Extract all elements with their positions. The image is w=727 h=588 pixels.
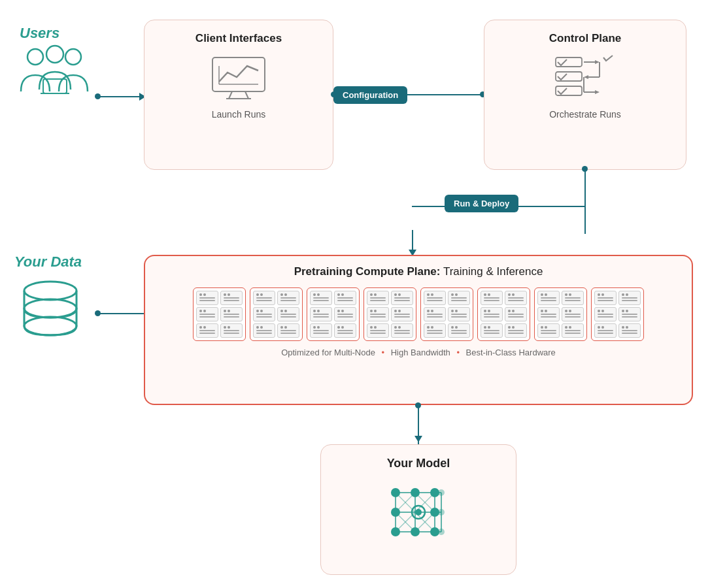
svg-line-10 <box>245 91 248 99</box>
rack-group-3 <box>307 287 360 341</box>
svg-point-53 <box>438 489 445 496</box>
rack-group-2 <box>250 287 303 341</box>
run-deploy-badge: Run & Deploy <box>445 195 518 212</box>
svg-point-62 <box>438 529 445 535</box>
compute-plane-rest: Training & Inference <box>441 265 543 278</box>
your-model-box: Your Model <box>320 444 516 575</box>
rundeploy-line-v <box>584 169 586 234</box>
client-interfaces-title: Client Interfaces <box>195 32 282 45</box>
svg-point-59 <box>391 527 400 536</box>
configuration-badge: Configuration <box>333 86 407 104</box>
client-interfaces-box: Client Interfaces Launch Runs <box>144 20 333 170</box>
svg-point-1 <box>65 49 81 65</box>
server-grid <box>157 287 680 341</box>
rack-group-6 <box>477 287 530 341</box>
svg-point-51 <box>411 488 420 497</box>
rack-group-4 <box>364 287 416 341</box>
database-icon <box>14 274 86 346</box>
users-icon <box>14 42 99 101</box>
compute-plane-bold: Pretraining Compute Plane: <box>294 265 441 278</box>
svg-marker-18 <box>595 60 600 64</box>
svg-point-58 <box>438 509 445 515</box>
svg-point-56 <box>415 509 422 515</box>
control-plane-title: Control Plane <box>549 32 622 45</box>
svg-point-61 <box>430 527 439 536</box>
svg-point-54 <box>391 508 400 517</box>
svg-point-52 <box>430 488 439 497</box>
arrow-users <box>97 96 149 97</box>
compute-subtitle: Optimized for Multi-Node • High Bandwidt… <box>157 348 680 357</box>
svg-rect-16 <box>556 86 582 95</box>
svg-point-0 <box>27 49 43 65</box>
svg-rect-14 <box>556 57 582 67</box>
svg-point-6 <box>24 299 76 318</box>
control-plane-box: Control Plane Orchestrate Runs <box>484 20 686 170</box>
rack-group-7 <box>534 287 587 341</box>
rack-group-8 <box>591 287 644 341</box>
svg-point-2 <box>46 46 63 63</box>
orchestrate-runs-label: Orchestrate Runs <box>549 109 621 120</box>
arrow-compute-model <box>418 405 419 446</box>
your-model-title: Your Model <box>387 457 450 470</box>
compute-plane-title: Pretraining Compute Plane: Training & In… <box>157 265 680 278</box>
rack-group-1 <box>193 287 246 341</box>
data-label: Your Data <box>14 253 82 270</box>
svg-marker-24 <box>595 90 600 94</box>
users-label: Users <box>20 25 59 42</box>
svg-line-9 <box>229 91 232 99</box>
launch-runs-label: Launch Runs <box>212 109 266 120</box>
svg-marker-21 <box>584 75 588 79</box>
compute-plane-box: Pretraining Compute Plane: Training & In… <box>144 255 693 405</box>
svg-point-60 <box>411 527 420 536</box>
svg-rect-15 <box>556 72 582 81</box>
svg-point-5 <box>24 282 76 300</box>
rack-group-5 <box>420 287 473 341</box>
svg-point-50 <box>391 488 400 497</box>
rundeploy-line-h2 <box>412 206 446 207</box>
diagram-container: Users Your Data <box>0 0 727 588</box>
svg-point-57 <box>430 508 439 517</box>
svg-point-7 <box>24 317 76 335</box>
